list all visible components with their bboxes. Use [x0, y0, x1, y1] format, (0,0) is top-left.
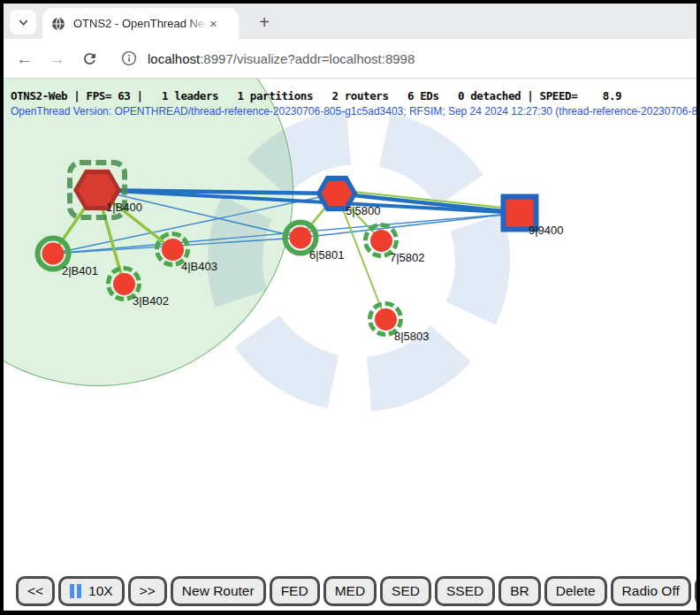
forward-icon[interactable]: → — [49, 50, 65, 67]
tab-close-icon[interactable]: × — [209, 16, 217, 31]
node-label-3: 3|B402 — [133, 294, 169, 308]
toolbar-button-label: FED — [281, 583, 308, 599]
otns-page: 1|B4002|B4013|B4024|B4035|58006|58017|58… — [4, 79, 696, 611]
node-label-8: 8|5803 — [394, 330, 430, 343]
toolbar-button-label: New Router — [182, 583, 255, 599]
circle-core — [375, 308, 397, 330]
tab-title: OTNS2 - OpenThread Ne — [73, 17, 208, 30]
url-path: :8997/visualize?addr=localhost:8998 — [200, 51, 415, 66]
address-input[interactable]: localhost:8997/visualize?addr=localhost:… — [148, 51, 415, 66]
info-icon[interactable] — [121, 50, 137, 66]
node-label-1: 1|B400 — [106, 201, 142, 214]
tab-search-button[interactable] — [10, 10, 36, 34]
toolbar-button-radio-on[interactable]: Radio On — [695, 576, 696, 606]
toolbar-button-br[interactable]: BR — [498, 576, 541, 606]
link-6-9 — [301, 213, 520, 238]
node-label-5: 5|5800 — [346, 204, 381, 217]
square-core — [506, 200, 534, 227]
toolbar-button-label: SSED — [446, 583, 483, 599]
circle-core — [113, 273, 135, 295]
toolbar-button-speed-up[interactable]: >> — [128, 576, 167, 606]
toolbar-button-fed[interactable]: FED — [270, 576, 320, 606]
toolbar-button-label: Delete — [556, 583, 596, 599]
toolbar-button-delete[interactable]: Delete — [544, 576, 607, 606]
toolbar-button-slow-down[interactable]: << — [16, 576, 55, 606]
openthread-version-line: OpenThread Version: OPENTHREAD/thread-re… — [11, 105, 696, 118]
network-canvas: 1|B4002|B4013|B4024|B4035|58006|58017|58… — [4, 79, 696, 611]
toolbar-button-sed[interactable]: SED — [380, 576, 431, 606]
circle-core — [42, 243, 65, 265]
browser-tab[interactable]: OTNS2 - OpenThread Ne × — [42, 8, 239, 39]
browser-window: OTNS2 - OpenThread Ne × + ← → localhost:… — [4, 4, 696, 611]
tab-strip: OTNS2 - OpenThread Ne × + — [4, 4, 696, 39]
toolbar: <<10X>>New RouterFEDMEDSEDSSEDBRDeleteRa… — [4, 573, 696, 609]
toolbar-button-med[interactable]: MED — [323, 576, 377, 606]
toolbar-button-label: Radio Off — [622, 583, 680, 599]
reload-icon[interactable] — [81, 50, 98, 67]
simulation-status-line: OTNS2-Web | FPS= 63 | 1 leaders 1 partit… — [11, 89, 621, 102]
toolbar-button-speed[interactable]: 10X — [58, 576, 125, 606]
pause-icon — [70, 584, 81, 598]
circle-core — [162, 239, 184, 261]
toolbar-button-label: MED — [335, 583, 365, 599]
url-bar: ← → localhost:8997/visualize?addr=localh… — [4, 39, 696, 79]
toolbar-button-ssed[interactable]: SSED — [435, 576, 495, 606]
node-label-4: 4|B403 — [181, 260, 217, 273]
url-host: localhost — [148, 51, 200, 66]
toolbar-button-label: 10X — [88, 583, 113, 599]
node-label-2: 2|B401 — [62, 264, 98, 277]
node-label-9: 9|9400 — [529, 224, 564, 237]
globe-favicon-icon — [51, 17, 65, 31]
back-icon[interactable]: ← — [16, 50, 33, 67]
toolbar-button-label: BR — [510, 583, 529, 599]
chevron-down-icon — [18, 17, 29, 28]
toolbar-button-label: >> — [140, 583, 156, 599]
toolbar-button-label: SED — [392, 583, 420, 599]
node-label-7: 7|5802 — [390, 251, 425, 264]
toolbar-button-label: << — [27, 583, 43, 599]
circle-core — [290, 227, 312, 249]
new-tab-button[interactable]: + — [253, 11, 276, 34]
link-lines — [4, 79, 696, 611]
node-label-6: 6|5801 — [309, 248, 345, 262]
toolbar-button-new-router[interactable]: New Router — [171, 576, 266, 606]
circle-core — [370, 230, 392, 252]
toolbar-button-radio-off[interactable]: Radio Off — [611, 576, 691, 606]
